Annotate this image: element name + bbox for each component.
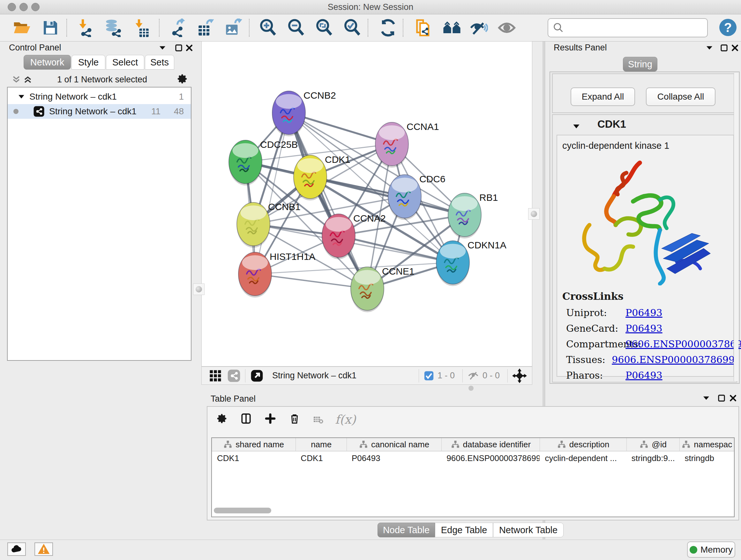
collapse-all-networks-icon[interactable] [11, 74, 22, 85]
open-file-icon[interactable] [11, 17, 32, 38]
tab-edge-table[interactable]: Edge Table [435, 523, 493, 537]
table-cell[interactable]: cyclin-dependent ... [540, 453, 626, 463]
refresh-icon[interactable] [378, 17, 398, 38]
eye-icon[interactable] [496, 17, 517, 38]
node-CCNA1[interactable]: CCNA1 [375, 121, 439, 168]
crosslink-link[interactable]: 9606.ENSP00000378699 [625, 338, 741, 350]
collection-expand-icon[interactable] [18, 93, 25, 100]
zoom-fit-icon[interactable] [314, 17, 334, 38]
table-cell[interactable]: CDK1 [295, 453, 347, 463]
column-header-shared-name[interactable]: shared name [212, 438, 295, 451]
network-collection-row[interactable]: String Network – cdk1 1 [8, 89, 191, 104]
grid-view-icon[interactable] [209, 369, 222, 382]
cloud-icon [10, 543, 23, 556]
table-cell[interactable]: CDK1 [212, 453, 295, 463]
left-splitter-handle[interactable] [193, 284, 205, 295]
status-bar: Memory [0, 540, 741, 560]
column-header-database-identifier[interactable]: database identifier [441, 438, 540, 451]
column-header-description[interactable]: description [540, 438, 626, 451]
export-table-icon[interactable] [195, 17, 216, 38]
edge-CCNB2-CCNE1[interactable] [289, 113, 367, 289]
node-CCNE1[interactable]: CCNE1 [351, 266, 414, 312]
crosslink-link[interactable]: P06493 [625, 307, 663, 318]
delete-column-icon[interactable] [289, 413, 300, 424]
network-canvas[interactable]: CCNB2CCNA1CDC25BCDK1CDC6RB1CCNB1CCNA2CDK… [201, 41, 532, 367]
column-header-canonical-name[interactable]: canonical name [347, 438, 441, 451]
node-CDK1[interactable]: CDK1 [293, 154, 350, 200]
network-row-selected[interactable]: String Network – cdk1 11 48 [8, 104, 191, 119]
table-cell[interactable]: stringdb [679, 453, 734, 463]
export-network-icon[interactable] [167, 17, 188, 38]
table-panel-close-icon[interactable] [728, 393, 738, 403]
right-splitter-handle[interactable] [528, 208, 540, 220]
import-network-icon[interactable] [75, 17, 96, 38]
table-horizontal-scrollbar[interactable] [214, 508, 271, 513]
crosslink-link[interactable]: P06493 [625, 370, 663, 381]
control-panel-close-icon[interactable] [184, 43, 195, 53]
import-table-icon[interactable] [131, 17, 152, 38]
column-header-name[interactable]: name [295, 438, 347, 451]
tab-select[interactable]: Select [106, 55, 144, 70]
table-panel-float-icon[interactable] [716, 393, 727, 403]
control-panel-float-icon[interactable] [173, 43, 184, 53]
table-cell[interactable]: 9606.ENSP00000378699 [441, 453, 540, 463]
first-neighbors-icon[interactable] [442, 17, 462, 38]
gene-collapse-icon[interactable] [572, 123, 580, 130]
edge-CCNB2-HIST1H1A[interactable] [255, 113, 289, 274]
table-gear-icon[interactable] [216, 413, 227, 424]
help-button[interactable]: ? [719, 19, 737, 36]
node-CDKN1A[interactable]: CDKN1A [436, 240, 507, 286]
node-CCNB2[interactable]: CCNB2 [272, 90, 336, 136]
zoom-in-icon[interactable] [258, 17, 278, 38]
detach-view-icon[interactable] [250, 369, 264, 383]
results-panel-float-icon[interactable] [719, 43, 730, 53]
tab-network-table[interactable]: Network Table [493, 523, 563, 537]
table-panel-menu-icon[interactable] [701, 393, 712, 403]
results-panel-menu-icon[interactable] [704, 43, 715, 53]
node-CDC25B[interactable]: CDC25B [229, 139, 298, 186]
edge-HIST1H1A-CCNE1[interactable] [255, 274, 367, 289]
table-row[interactable]: CDK1CDK1P064939606.ENSP00000378699cyclin… [212, 451, 734, 465]
birdseye-navigator-icon[interactable] [512, 368, 527, 383]
selected-checkbox-icon[interactable] [423, 370, 434, 381]
tab-network[interactable]: Network [23, 55, 71, 70]
hidden-eye-icon[interactable] [467, 370, 479, 382]
tab-node-table[interactable]: Node Table [378, 523, 435, 537]
crosslink-link[interactable]: 9606.ENSP00000378699 [612, 354, 735, 365]
memory-button[interactable]: Memory [687, 542, 735, 558]
clone-network-icon[interactable] [413, 17, 433, 38]
crosslink-link[interactable]: P06493 [625, 323, 663, 334]
node-CDC6[interactable]: CDC6 [388, 174, 446, 220]
import-network-database-icon[interactable] [103, 17, 123, 38]
results-scrollbar[interactable] [734, 73, 738, 381]
node-RB1[interactable]: RB1 [448, 192, 498, 239]
show-columns-icon[interactable] [241, 413, 252, 424]
column-header-namespac[interactable]: namespac [679, 438, 734, 451]
expand-all-button[interactable]: Expand All [570, 87, 635, 106]
table-cell[interactable]: P06493 [347, 453, 441, 463]
add-column-icon[interactable] [265, 413, 276, 424]
zoom-out-icon[interactable] [286, 17, 307, 38]
column-header-label: canonical name [371, 440, 429, 449]
node-HIST1H1A[interactable]: HIST1H1A [239, 251, 315, 298]
cloud-button[interactable] [7, 543, 26, 556]
horizontal-splitter-handle[interactable] [468, 386, 474, 391]
network-options-gear-icon[interactable] [177, 73, 188, 84]
save-session-icon[interactable] [40, 17, 61, 38]
node-CCNB1[interactable]: CCNB1 [237, 201, 300, 248]
control-panel-menu-icon[interactable] [157, 43, 168, 53]
search-input[interactable] [567, 23, 706, 33]
tab-style[interactable]: Style [71, 55, 105, 70]
network-view-icon[interactable] [227, 369, 241, 382]
zoom-selected-icon[interactable] [342, 17, 362, 38]
show-hide-icon[interactable] [468, 17, 489, 38]
tab-string[interactable]: String [623, 57, 657, 71]
column-header-@id[interactable]: @id [626, 438, 680, 451]
table-cell[interactable]: stringdb:9... [626, 453, 680, 463]
expand-all-networks-icon[interactable] [22, 74, 33, 85]
collapse-all-button[interactable]: Collapse All [646, 87, 716, 106]
tab-sets[interactable]: Sets [145, 55, 174, 70]
export-image-icon[interactable] [223, 17, 243, 38]
results-panel-close-icon[interactable] [730, 43, 740, 53]
warnings-button[interactable] [35, 543, 53, 556]
